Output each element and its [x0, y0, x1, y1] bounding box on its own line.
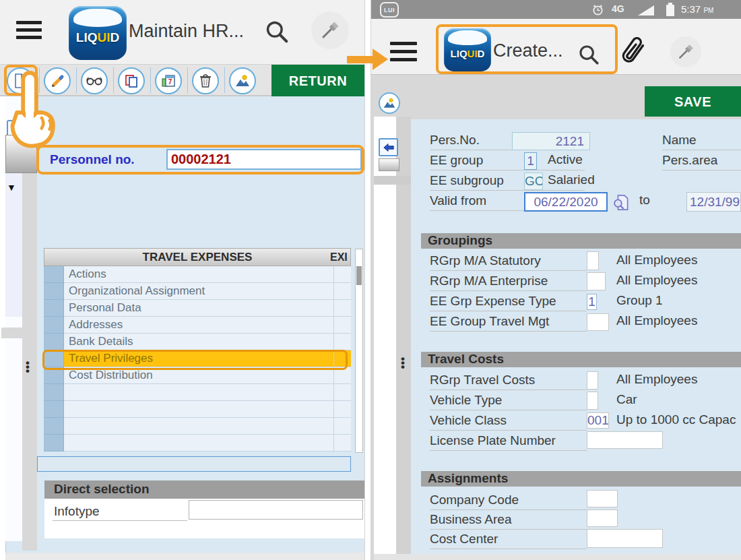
customize-brush-icon[interactable] — [670, 36, 701, 67]
exists-cell — [334, 435, 351, 452]
table-row[interactable] — [44, 418, 351, 435]
signal-icon — [638, 5, 654, 15]
infotype-input[interactable] — [189, 500, 363, 520]
field-text: Up to 1000 cc Capac — [616, 412, 741, 427]
table-row[interactable] — [44, 401, 351, 418]
field-input[interactable] — [587, 251, 599, 270]
copy-icon[interactable] — [118, 67, 145, 94]
row-selector[interactable] — [44, 401, 64, 418]
row-selector[interactable] — [44, 350, 64, 367]
table-row[interactable]: Addresses — [44, 317, 351, 334]
field-input[interactable] — [587, 509, 618, 527]
photo-overview-icon[interactable] — [229, 67, 256, 94]
table-row[interactable]: Actions — [44, 266, 351, 283]
personnel-input[interactable]: 00002121 — [166, 149, 362, 170]
field-input[interactable] — [587, 313, 609, 331]
row-selector[interactable] — [44, 435, 64, 452]
alarm-icon — [591, 3, 604, 16]
field-input[interactable] — [587, 431, 663, 449]
left-splitter-bar — [1, 328, 22, 338]
splitter-handle-dots[interactable]: ••• — [399, 357, 406, 369]
row-selector[interactable] — [44, 266, 64, 283]
delimit-calendar-icon[interactable]: 7 — [155, 67, 182, 94]
table-row-selected[interactable]: Travel Privileges — [44, 350, 351, 367]
liquid-ui-logo: LIQUID — [444, 28, 491, 71]
field-input[interactable] — [587, 272, 606, 290]
lui-notification-icon: LUI — [380, 2, 399, 18]
row-label: Addresses — [64, 317, 334, 334]
persno-field[interactable]: 2121 — [512, 132, 590, 150]
back-arrow-button[interactable] — [379, 138, 398, 156]
table-row[interactable]: Personal Data — [44, 300, 351, 317]
row-selector[interactable] — [44, 283, 64, 300]
transition-arrow — [347, 49, 389, 70]
matchcode-search-icon[interactable] — [612, 193, 629, 212]
search-icon[interactable] — [264, 19, 290, 44]
save-button[interactable]: SAVE — [645, 86, 741, 117]
personnel-label: Personnel no. — [50, 152, 135, 167]
photo-overview-icon[interactable] — [379, 92, 400, 114]
travel-costs-section-header: Travel Costs — [421, 352, 741, 367]
network-type-label: 4G — [612, 3, 624, 14]
valid-from-field[interactable]: 06/22/2020 — [524, 192, 608, 212]
menu-icon[interactable] — [390, 42, 417, 61]
row-selector[interactable] — [44, 317, 64, 334]
groupings-section-header: Groupings — [421, 233, 741, 249]
attachment-paperclip-icon[interactable] — [622, 36, 650, 69]
right-toolbar: SAVE — [371, 74, 741, 117]
row-selector[interactable] — [44, 384, 64, 401]
table-scrollbar[interactable] — [355, 249, 363, 453]
page-title: Create... — [493, 40, 563, 61]
row-selector[interactable] — [44, 418, 64, 435]
right-bottom-strip — [374, 554, 741, 560]
page-title: Maintain HR... — [129, 21, 244, 42]
table-title: TRAVEL EXPENSES — [65, 251, 330, 264]
table-header: TRAVEL EXPENSES EXI — [44, 248, 351, 266]
delete-trash-icon[interactable] — [192, 67, 219, 94]
table-row[interactable]: Bank Details — [44, 334, 351, 350]
table-row[interactable] — [44, 384, 351, 401]
tree-collapse-caret[interactable]: ▼ — [7, 182, 16, 193]
ee-subgroup-field[interactable]: GC — [524, 173, 543, 190]
table-row[interactable]: Organizational Assignment — [44, 283, 351, 300]
field-input[interactable] — [587, 371, 598, 390]
liquid-ui-logo: LIQUID — [69, 6, 127, 60]
direct-selection-header: Direct selection — [44, 480, 364, 499]
field-text: All Employees — [616, 372, 697, 387]
field-text: Group 1 — [616, 293, 663, 308]
menu-icon[interactable] — [16, 21, 42, 39]
table-row[interactable]: Cost Distribution — [44, 367, 351, 384]
ee-group-field[interactable]: 1 — [524, 152, 537, 170]
table-row[interactable] — [44, 435, 351, 452]
splitter-handle-dots[interactable]: ••• — [24, 361, 31, 373]
row-label: Bank Details — [64, 334, 334, 350]
display-glasses-icon[interactable] — [81, 67, 108, 94]
field-input[interactable]: 1 — [587, 294, 597, 310]
search-icon[interactable] — [577, 43, 600, 66]
field-label: EE Grp Expense Type — [430, 292, 587, 311]
customize-brush-icon[interactable] — [311, 11, 349, 49]
field-input[interactable] — [587, 392, 598, 410]
collapsed-gray-button[interactable] — [379, 158, 399, 171]
field-label: Vehicle Class — [430, 411, 587, 431]
field-label: Cost Center — [430, 530, 587, 549]
field-input[interactable]: 001 — [587, 412, 609, 429]
row-selector[interactable] — [44, 334, 64, 350]
exists-cell — [334, 266, 351, 283]
valid-to-field[interactable]: 12/31/999 — [686, 192, 741, 212]
field-input[interactable] — [587, 490, 618, 507]
right-content-area: ••• Pers.No. 2121 Name EE group 1 Active… — [371, 117, 741, 560]
battery-icon — [666, 5, 674, 16]
svg-text:7: 7 — [168, 78, 172, 86]
row-selector[interactable] — [44, 300, 64, 317]
field-text: Car — [616, 392, 637, 407]
left-app-header: LIQUID Maintain HR... — [0, 0, 364, 64]
field-input[interactable] — [587, 529, 663, 548]
row-selector[interactable] — [44, 367, 64, 384]
row-label: Travel Privileges — [64, 350, 334, 367]
field-label: RGrp M/A Enterprise — [430, 272, 587, 291]
left-bottom-strip — [5, 553, 364, 560]
row-label: Actions — [64, 266, 334, 283]
exists-cell — [334, 300, 351, 317]
row-label: Personal Data — [64, 300, 334, 317]
